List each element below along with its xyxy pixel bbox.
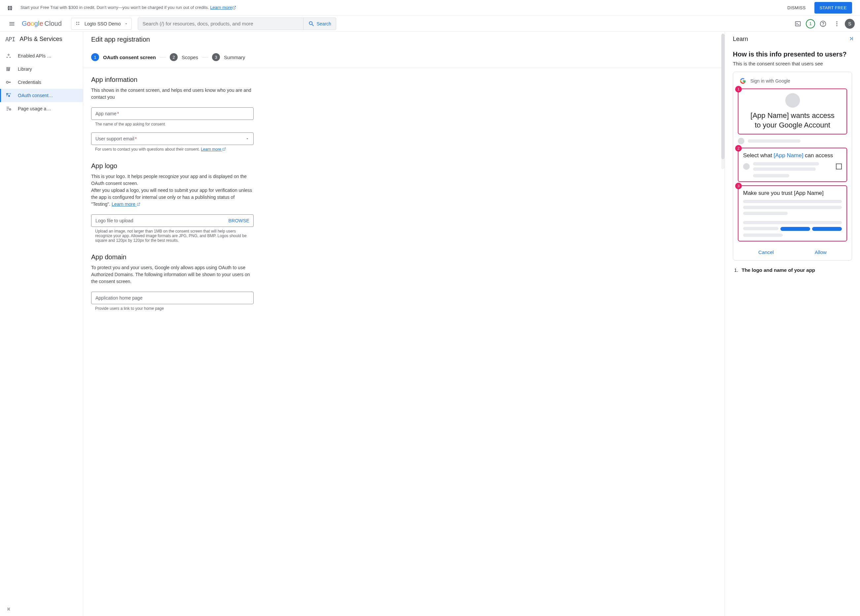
svg-rect-2 xyxy=(8,9,9,10)
promo-learn-more-link[interactable]: Learn more xyxy=(210,5,236,10)
sidebar-collapse-button[interactable] xyxy=(6,607,12,613)
scrollbar-thumb[interactable] xyxy=(721,34,725,159)
learn-list: 1. The logo and name of your app xyxy=(733,267,852,273)
field-placeholder: Application home page xyxy=(96,295,142,300)
step-divider xyxy=(202,57,208,58)
placeholder-bar xyxy=(743,212,788,215)
section-app-information: App information This shows in the consen… xyxy=(91,76,254,152)
step-summary[interactable]: 3 Summary xyxy=(212,53,245,61)
caret-down-icon xyxy=(124,22,128,26)
sidebar-item-page-usage[interactable]: Page usage a… xyxy=(0,102,83,115)
start-free-button[interactable]: START FREE xyxy=(814,2,852,14)
cloud-shell-button[interactable] xyxy=(792,18,804,30)
sidebar: API APIs & Services Enabled APIs … Libra… xyxy=(0,32,83,616)
step-oauth-consent[interactable]: 1 OAuth consent screen xyxy=(91,53,156,61)
app-name-input[interactable]: App name* xyxy=(91,107,254,120)
help-button[interactable] xyxy=(817,18,829,30)
mock-avatar-icon xyxy=(785,93,800,108)
svg-rect-24 xyxy=(6,93,8,95)
placeholder-bar xyxy=(753,162,819,165)
sidebar-nav: Enabled APIs … Library Credentials OAuth… xyxy=(0,47,83,115)
mock-badge-1: 1 xyxy=(735,86,742,93)
sidebar-item-label: Credentials xyxy=(18,80,41,85)
svg-rect-4 xyxy=(8,6,9,7)
consent-screen-mock: Sign in with Google 1 [App Name] wants a… xyxy=(733,72,852,261)
mock-title: [App Name] wants accessto your Google Ac… xyxy=(743,111,842,130)
search-input[interactable] xyxy=(143,21,298,27)
svg-rect-21 xyxy=(8,67,9,71)
support-email-learn-more-link[interactable]: Learn more xyxy=(201,147,226,152)
step-number: 1 xyxy=(91,53,99,61)
more-vert-icon xyxy=(833,20,840,27)
step-label: Scopes xyxy=(182,55,198,60)
field-placeholder: User support email xyxy=(96,136,134,141)
sidebar-title: APIs & Services xyxy=(20,36,63,42)
placeholder-bar xyxy=(743,206,842,209)
svg-rect-26 xyxy=(10,93,11,94)
cloud-logo-text: Cloud xyxy=(45,20,62,27)
gift-icon xyxy=(6,4,14,12)
dismiss-button[interactable]: DISMISS xyxy=(784,3,809,13)
external-link-icon xyxy=(222,147,226,151)
mock-badge-2: 2 xyxy=(735,145,742,152)
svg-line-35 xyxy=(138,203,140,204)
svg-point-17 xyxy=(836,25,837,26)
page-title: Edit app registration xyxy=(91,36,717,43)
enabled-apis-icon xyxy=(5,52,12,59)
svg-line-34 xyxy=(224,148,225,149)
search-button[interactable]: Search xyxy=(303,18,336,30)
section-description: This shows in the consent screen, and he… xyxy=(91,87,254,101)
mock-box-1: 1 [App Name] wants accessto your Google … xyxy=(738,88,847,134)
svg-point-16 xyxy=(836,23,837,24)
nav-menu-button[interactable] xyxy=(5,17,19,30)
project-picker[interactable]: Logto SSO Demo xyxy=(71,18,132,30)
placeholder-bar xyxy=(753,167,816,171)
svg-rect-27 xyxy=(6,95,7,96)
external-link-icon xyxy=(137,203,140,206)
learn-collapse-button[interactable] xyxy=(848,36,854,42)
sidebar-item-label: Enabled APIs … xyxy=(18,53,52,58)
sidebar-item-oauth-consent[interactable]: OAuth consent… xyxy=(0,89,83,102)
trial-status-badge[interactable]: 1 xyxy=(806,19,815,28)
support-email-select[interactable]: User support email* xyxy=(91,132,254,145)
field-placeholder: App name xyxy=(96,111,116,116)
svg-point-15 xyxy=(836,21,837,22)
logo-upload-input[interactable]: Logo file to upload BROWSE xyxy=(91,214,254,227)
placeholder-bar xyxy=(743,200,842,203)
project-icon xyxy=(75,21,81,27)
library-icon xyxy=(5,66,12,72)
svg-point-9 xyxy=(76,24,77,25)
account-avatar[interactable]: S xyxy=(845,19,855,29)
field-helper: Provide users a link to your home page xyxy=(91,306,254,311)
svg-rect-20 xyxy=(6,67,7,71)
step-scopes[interactable]: 2 Scopes xyxy=(170,53,198,61)
google-cloud-logo[interactable]: Google Cloud xyxy=(22,20,62,27)
sidebar-item-credentials[interactable]: Credentials xyxy=(0,75,83,89)
google-g-icon xyxy=(740,78,746,84)
svg-rect-11 xyxy=(796,22,800,26)
placeholder-bar xyxy=(743,227,778,230)
mock-allow-button: Allow xyxy=(815,249,827,255)
learn-panel: Learn How is this info presented to user… xyxy=(725,32,860,616)
svg-point-32 xyxy=(9,108,11,110)
step-number: 2 xyxy=(170,53,178,61)
page-usage-icon xyxy=(5,105,12,112)
browse-button[interactable]: BROWSE xyxy=(229,218,250,223)
svg-line-6 xyxy=(234,6,236,8)
sidebar-item-library[interactable]: Library xyxy=(0,63,83,75)
placeholder-pill xyxy=(780,227,810,231)
sidebar-item-enabled-apis[interactable]: Enabled APIs … xyxy=(0,49,83,63)
section-description: This is your logo. It helps people recog… xyxy=(91,173,254,208)
terminal-icon xyxy=(795,20,801,27)
mock-box-3: 3 Make sure you trust [App Name] xyxy=(738,185,847,242)
home-page-input[interactable]: Application home page xyxy=(91,292,254,304)
logo-learn-more-link[interactable]: Learn more xyxy=(111,201,140,207)
more-button[interactable] xyxy=(831,18,843,30)
help-icon xyxy=(820,20,826,27)
external-link-icon xyxy=(232,6,236,11)
svg-point-7 xyxy=(76,22,77,23)
svg-point-19 xyxy=(9,57,11,58)
svg-point-10 xyxy=(78,24,79,25)
sidebar-item-label: Library xyxy=(18,66,32,72)
placeholder-dot xyxy=(738,138,744,145)
